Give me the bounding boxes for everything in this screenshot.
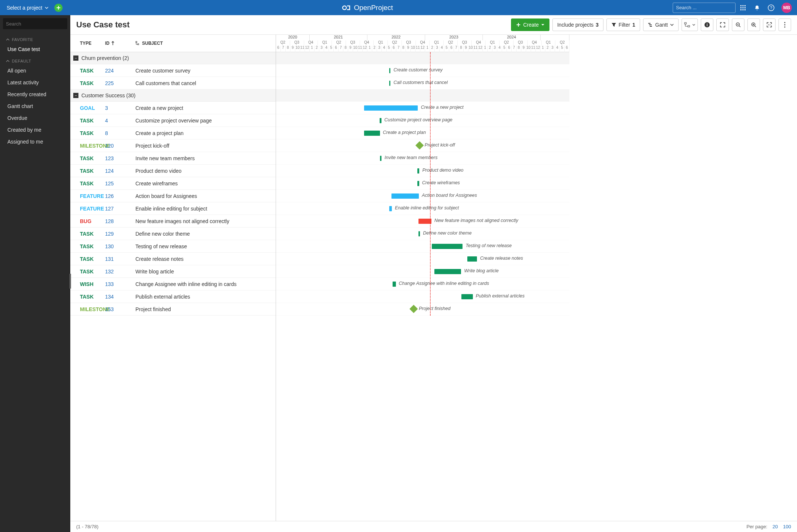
cell-id[interactable]: 134 <box>105 294 131 300</box>
cell-id[interactable]: 120 <box>105 143 131 149</box>
cell-id[interactable]: 4 <box>105 118 131 124</box>
gantt-bar[interactable] <box>389 206 392 211</box>
sidebar-search[interactable] <box>3 18 67 29</box>
gantt-row[interactable]: Define new color theme <box>276 228 569 240</box>
project-selector[interactable]: Select a project <box>3 5 52 11</box>
gantt-row[interactable]: Enable inline editing for subject <box>276 202 569 215</box>
gantt-bar[interactable] <box>393 282 396 287</box>
table-row[interactable]: TASK4Customize project overview page <box>70 114 276 127</box>
info-button[interactable]: i <box>701 18 713 31</box>
gantt-row[interactable]: Customize project overview page <box>276 114 569 127</box>
group-toggle[interactable]: − <box>73 55 78 61</box>
sidebar-item-gantt-chart[interactable]: Gantt chart <box>0 100 70 112</box>
sidebar-item-use-case-test[interactable]: Use Case test <box>0 43 70 55</box>
global-search[interactable] <box>673 3 736 13</box>
gantt-milestone[interactable] <box>415 141 424 150</box>
group-row[interactable]: −Customer Success (30) <box>70 90 276 102</box>
cell-id[interactable]: 132 <box>105 269 131 275</box>
gantt-bar[interactable] <box>467 256 477 262</box>
cell-id[interactable]: 125 <box>105 181 131 186</box>
col-header-type[interactable]: TYPE <box>70 41 105 46</box>
per-page-100[interactable]: 100 <box>783 524 791 529</box>
gantt-bar[interactable] <box>364 131 380 136</box>
gantt-row[interactable]: Publish external articles <box>276 290 569 303</box>
apps-button[interactable] <box>739 4 747 11</box>
gantt-row[interactable]: Write blog article <box>276 265 569 278</box>
gantt-row[interactable]: Action board for Assignees <box>276 190 569 202</box>
sidebar-item-assigned-to-me[interactable]: Assigned to me <box>0 136 70 148</box>
gantt-bar[interactable] <box>364 105 418 111</box>
group-toggle[interactable]: − <box>73 93 78 98</box>
gantt-bar[interactable] <box>380 156 382 161</box>
cell-id[interactable]: 133 <box>105 281 131 287</box>
table-row[interactable]: TASK132Write blog article <box>70 265 276 278</box>
cell-id[interactable]: 131 <box>105 256 131 262</box>
sidebar-item-created-by-me[interactable]: Created by me <box>0 124 70 136</box>
gantt-row[interactable]: Testing of new release <box>276 240 569 253</box>
cell-id[interactable]: 3 <box>105 105 131 111</box>
include-projects-button[interactable]: Include projects 3 <box>552 18 603 31</box>
table-row[interactable]: TASK129Define new color theme <box>70 228 276 240</box>
gantt-chart[interactable]: 20202021202220232024Q2Q3Q4Q1Q2Q3Q4Q1Q2Q3… <box>276 35 797 521</box>
table-row[interactable]: WISH133Change Assignee with inline editi… <box>70 278 276 290</box>
cell-id[interactable]: 224 <box>105 68 131 74</box>
zoom-in-button[interactable] <box>747 18 760 31</box>
gantt-bar[interactable] <box>434 269 461 274</box>
zoom-out-button[interactable] <box>732 18 744 31</box>
table-row[interactable]: BUG128New feature images not aligned cor… <box>70 215 276 228</box>
gantt-bar[interactable] <box>418 219 431 224</box>
table-row[interactable]: TASK224Create customer survey <box>70 64 276 77</box>
table-row[interactable]: TASK123Invite new team members <box>70 152 276 165</box>
gantt-row[interactable]: Product demo video <box>276 165 569 177</box>
cell-id[interactable]: 225 <box>105 80 131 86</box>
table-row[interactable]: TASK125Create wireframes <box>70 177 276 190</box>
gantt-row[interactable]: Create a project plan <box>276 127 569 139</box>
cell-id[interactable]: 130 <box>105 243 131 249</box>
notifications-button[interactable] <box>753 4 761 11</box>
avatar[interactable]: MB <box>781 3 792 13</box>
sidebar-search-input[interactable] <box>6 21 68 27</box>
table-row[interactable]: FEATURE127Enable inline editing for subj… <box>70 202 276 215</box>
gantt-row[interactable]: Create a new project <box>276 102 569 114</box>
gantt-milestone[interactable] <box>410 305 418 313</box>
cell-id[interactable]: 123 <box>105 155 131 161</box>
gantt-bar[interactable] <box>391 193 419 199</box>
sidebar-section-favorite[interactable]: FAVORITE <box>0 34 70 43</box>
gantt-row[interactable]: Invite new team members <box>276 152 569 165</box>
gantt-bar[interactable] <box>389 81 391 86</box>
gantt-row[interactable]: Project finished <box>276 303 569 316</box>
sidebar-item-all-open[interactable]: All open <box>0 65 70 77</box>
table-row[interactable]: TASK124Product demo video <box>70 165 276 177</box>
cell-id[interactable]: 126 <box>105 193 131 199</box>
gantt-row[interactable]: New feature images not aligned correctly <box>276 215 569 228</box>
cell-id[interactable]: 124 <box>105 168 131 174</box>
cell-id[interactable]: 128 <box>105 218 131 224</box>
table-row[interactable]: TASK225Call customers that cancel <box>70 77 276 90</box>
gantt-bar[interactable] <box>380 118 381 123</box>
gantt-bar[interactable] <box>418 231 420 236</box>
table-row[interactable]: GOAL3Create a new project <box>70 102 276 114</box>
hierarchy-button[interactable] <box>682 18 698 31</box>
gantt-row[interactable]: Call customers that cancel <box>276 77 569 90</box>
gantt-row[interactable]: Create customer survey <box>276 64 569 77</box>
zoom-fit-button[interactable] <box>763 18 776 31</box>
cell-id[interactable]: 153 <box>105 306 131 312</box>
group-row[interactable]: −Churn prevention (2) <box>70 52 276 64</box>
sidebar-item-latest-activity[interactable]: Latest activity <box>0 77 70 88</box>
help-button[interactable]: ? <box>767 4 775 11</box>
fullscreen-button[interactable] <box>716 18 729 31</box>
table-row[interactable]: TASK8Create a project plan <box>70 127 276 139</box>
add-project-button[interactable] <box>54 4 63 12</box>
sidebar-section-default[interactable]: DEFAULT <box>0 55 70 65</box>
table-row[interactable]: TASK134Publish external articles <box>70 290 276 303</box>
global-search-input[interactable] <box>676 5 738 10</box>
gantt-row[interactable]: Create release notes <box>276 253 569 265</box>
table-row[interactable]: MILESTONE153Project finished <box>70 303 276 316</box>
cell-id[interactable]: 8 <box>105 130 131 136</box>
col-header-subject[interactable]: SUBJECT <box>131 41 276 46</box>
gantt-bar[interactable] <box>417 168 419 174</box>
sidebar-item-recently-created[interactable]: Recently created <box>0 88 70 100</box>
gantt-bar[interactable] <box>417 181 419 186</box>
sidebar-resize-handle[interactable] <box>70 274 71 289</box>
table-row[interactable]: MILESTONE120Project kick-off <box>70 139 276 152</box>
